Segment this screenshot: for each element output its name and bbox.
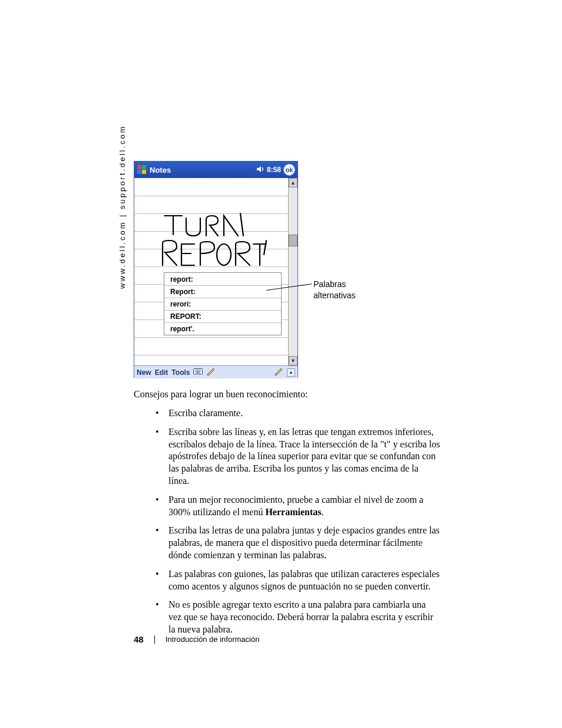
notes-canvas[interactable]: report: Report: rerori: REPORT: report'.	[134, 178, 288, 365]
scroll-track[interactable]	[289, 187, 297, 356]
side-url-text: www.dell.com | support.dell.com	[118, 125, 127, 289]
tips-list: Escriba claramente. Escriba sobre las lí…	[152, 401, 441, 636]
tip-3c: .	[321, 507, 323, 517]
pda-titlebar: Notes 8:58 ok	[134, 162, 297, 178]
svg-rect-2	[137, 170, 141, 174]
alternatives-popup: report: Report: rerori: REPORT: report'.	[164, 272, 282, 335]
callout-line1: Palabras	[313, 279, 346, 289]
svg-rect-3	[142, 170, 146, 174]
menu-tools[interactable]: Tools	[171, 368, 190, 377]
tip-2: Escriba sobre las líneas y, en las letra…	[152, 426, 441, 487]
page-number: 48	[134, 634, 144, 644]
pda-command-bar: New Edit Tools ▲	[134, 365, 297, 378]
vertical-scrollbar[interactable]: ▲ ▼	[288, 178, 297, 365]
scroll-thumb[interactable]	[289, 235, 297, 246]
menu-new[interactable]: New	[137, 368, 151, 377]
keyboard-icon[interactable]	[193, 367, 203, 377]
tip-4: Escriba las letras de una palabra juntas…	[152, 525, 441, 561]
pda-body: report: Report: rerori: REPORT: report'.…	[134, 178, 297, 365]
alt-word-5[interactable]: report'.	[164, 322, 281, 335]
tip-5: Las palabras con guiones, las palabras q…	[152, 568, 441, 593]
pen-icon[interactable]	[206, 367, 216, 377]
svg-rect-0	[137, 165, 141, 169]
svg-rect-1	[142, 165, 146, 169]
svg-marker-4	[257, 166, 261, 172]
svg-point-5	[217, 244, 231, 265]
alt-word-3[interactable]: rerori:	[164, 298, 281, 310]
menu-edit[interactable]: Edit	[155, 368, 168, 377]
app-title: Notes	[150, 166, 171, 174]
sip-pen-icon[interactable]	[274, 367, 283, 377]
tip-6: No es posible agregar texto escrito a un…	[152, 599, 441, 635]
alt-word-4[interactable]: REPORT:	[164, 310, 281, 322]
clock-time: 8:58	[267, 166, 281, 174]
alt-word-2[interactable]: Report:	[164, 285, 281, 298]
start-menu[interactable]: Notes	[137, 164, 171, 175]
handwritten-word-turn	[163, 212, 245, 241]
document-page: { "side_url": "www.dell.com | support.de…	[0, 0, 562, 728]
callout-line2: alternativas	[313, 291, 356, 300]
handwritten-word-report	[159, 239, 271, 271]
pda-device-frame: Notes 8:58 ok	[134, 161, 298, 378]
section-title: Introducción de información	[166, 635, 260, 644]
tip-3: Para un mejor reconocimiento, pruebe a c…	[152, 494, 441, 519]
intro-sentence: Consejos para lograr un buen reconocimie…	[134, 389, 440, 400]
windows-flag-icon	[137, 164, 147, 175]
scroll-up-arrow[interactable]: ▲	[289, 178, 297, 187]
ok-button[interactable]: ok	[283, 164, 295, 176]
callout-label: Palabras alternativas	[313, 279, 356, 301]
alt-word-1[interactable]: report:	[164, 273, 281, 285]
sip-up-arrow[interactable]: ▲	[287, 368, 295, 377]
speaker-icon[interactable]	[256, 165, 265, 175]
footer-divider	[154, 635, 155, 644]
page-footer: 48 Introducción de información	[134, 634, 259, 644]
scroll-down-arrow[interactable]: ▼	[289, 356, 297, 365]
tip-1: Escriba claramente.	[152, 407, 441, 420]
tip-3-bold: Herramientas	[265, 507, 321, 517]
